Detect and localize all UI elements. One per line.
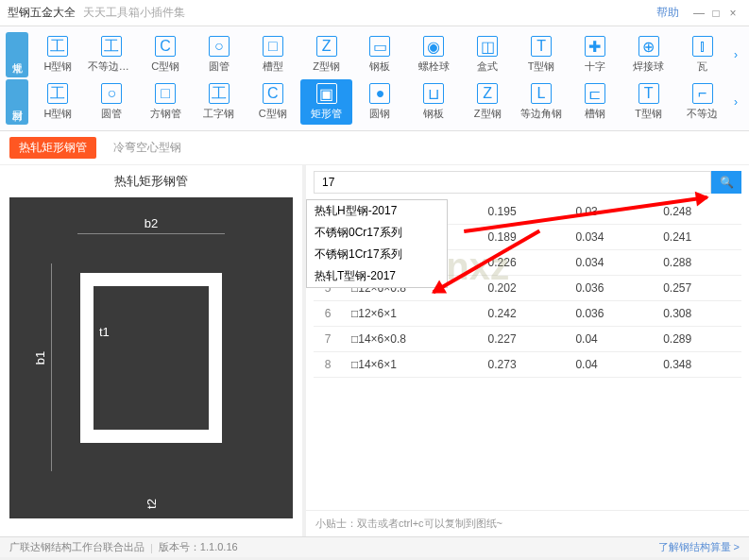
ribbon: 常规 工H型钢工不等边H型CC型钢○圆管□槽型ZZ型钢▭钢板◉螺栓球◫盒式TT型… <box>0 26 749 131</box>
ribbon-icon: ▣ <box>316 83 337 104</box>
ribbon-icon: ● <box>369 83 390 104</box>
ribbon-item-等边角钢[interactable]: L等边角钢 <box>516 79 568 125</box>
minimize-button[interactable]: — <box>690 7 707 20</box>
app-title: 型钢五金大全 <box>8 5 76 21</box>
ribbon-icon: C <box>155 36 176 57</box>
ribbon-icon: ◉ <box>423 36 444 57</box>
left-panel: 热轧矩形钢管 b2 b1 t1 t2 <box>0 165 302 536</box>
dim-b2: b2 <box>145 216 158 230</box>
ribbon-icon: ⊏ <box>585 83 605 104</box>
ribbon-icon: □ <box>263 36 283 57</box>
right-panel: 🔍 热轧H型钢-2017不锈钢0Cr17系列不锈钢1Cr17系列热轧T型钢-20… <box>306 165 749 536</box>
dropdown-item[interactable]: 不锈钢0Cr17系列 <box>307 222 447 244</box>
table-row[interactable]: 7□14×6×0.80.2270.040.289 <box>314 327 741 352</box>
ribbon-item-十字[interactable]: ✚十字 <box>569 32 621 77</box>
ribbon-label: 等边角钢 <box>520 107 562 121</box>
ribbon-item-槽型[interactable]: □槽型 <box>247 32 298 77</box>
ribbon-icon: Z <box>477 83 498 104</box>
statusbar: 广联达钢结构工作台联合出品 | 版本号：1.1.0.16 了解钢结构算量 > <box>0 536 749 557</box>
ribbon-item-螺栓球[interactable]: ◉螺栓球 <box>408 32 460 77</box>
search-input[interactable] <box>314 171 711 194</box>
ribbon-icon: □ <box>155 83 176 104</box>
ribbon-label: 钢板 <box>369 59 390 74</box>
ribbon-label: Z型钢 <box>313 59 340 74</box>
ribbon-item-圆管[interactable]: ○圆管 <box>194 32 246 77</box>
ribbon-label: 盒式 <box>477 59 498 74</box>
ribbon-label: T型钢 <box>528 59 555 74</box>
app-subtitle: 天天工具箱小插件集 <box>83 5 185 21</box>
ribbon-category-2[interactable]: 国材 <box>6 79 28 125</box>
dropdown-item[interactable]: 不锈钢1Cr17系列 <box>307 244 447 265</box>
ribbon-label: 圆管 <box>209 59 230 74</box>
ribbon-item-钢板[interactable]: ⊔钢板 <box>408 79 460 125</box>
tab-inactive[interactable]: 冷弯空心型钢 <box>104 137 191 159</box>
ribbon-item-盒式[interactable]: ◫盒式 <box>462 32 514 77</box>
ribbon-item-Z型钢[interactable]: ZZ型钢 <box>300 32 352 77</box>
ribbon-item-钢板[interactable]: ▭钢板 <box>354 32 406 77</box>
ribbon-item-H型钢[interactable]: 工H型钢 <box>32 79 84 125</box>
ribbon-item-圆管[interactable]: ○圆管 <box>86 79 138 125</box>
close-button[interactable]: × <box>724 7 741 20</box>
ribbon-item-矩形管[interactable]: ▣矩形管 <box>300 79 352 125</box>
ribbon-category-1[interactable]: 常规 <box>6 32 28 77</box>
ribbon-label: 螺栓球 <box>418 59 450 74</box>
ribbon-label: 槽型 <box>263 59 283 74</box>
ribbon-label: 方钢管 <box>150 107 181 121</box>
ribbon-label: 圆钢 <box>369 107 390 121</box>
ribbon-label: 圆管 <box>101 107 122 121</box>
tip-text: 小贴士：双击或者ctrl+c可以复制到图纸~ <box>306 510 749 536</box>
ribbon-icon: ⫿ <box>692 36 713 57</box>
ribbon-label: H型钢 <box>43 107 72 121</box>
ribbon-item-C型钢[interactable]: CC型钢 <box>247 79 298 125</box>
ribbon-more-2[interactable]: › <box>728 79 743 125</box>
ribbon-more-1[interactable]: › <box>728 32 743 77</box>
ribbon-item-焊接球[interactable]: ⊕焊接球 <box>622 32 674 77</box>
dropdown-item[interactable]: 热轧H型钢-2017 <box>307 200 447 222</box>
ribbon-item-方钢管[interactable]: □方钢管 <box>140 79 192 125</box>
ribbon-item-H型钢[interactable]: 工H型钢 <box>32 32 84 77</box>
ribbon-item-工字钢[interactable]: 工工字钢 <box>194 79 246 125</box>
ribbon-icon: ⌐ <box>692 83 713 104</box>
ribbon-icon: L <box>531 83 552 104</box>
ribbon-label: 矩形管 <box>311 107 342 121</box>
ribbon-icon: 工 <box>101 36 122 57</box>
maximize-button[interactable]: □ <box>707 7 724 20</box>
ribbon-label: 焊接球 <box>633 59 664 74</box>
table-row[interactable]: 6□12×6×10.2420.0360.308 <box>314 301 741 327</box>
ribbon-icon: ○ <box>209 36 230 57</box>
ribbon-item-T型钢[interactable]: TT型钢 <box>516 32 568 77</box>
ribbon-icon: Z <box>316 36 337 57</box>
search-dropdown: 热轧H型钢-2017不锈钢0Cr17系列不锈钢1Cr17系列热轧T型钢-2017 <box>306 199 448 288</box>
search-icon: 🔍 <box>720 176 734 189</box>
ribbon-item-不等边[interactable]: ⌐不等边 <box>676 79 728 125</box>
table-row[interactable]: 8□14×6×10.2730.040.348 <box>314 352 741 378</box>
ribbon-icon: 工 <box>47 36 68 57</box>
ribbon-item-C型钢[interactable]: CC型钢 <box>140 32 192 77</box>
ribbon-item-Z型钢[interactable]: ZZ型钢 <box>462 79 514 125</box>
ribbon-icon: 工 <box>47 83 68 104</box>
tab-active[interactable]: 热轧矩形钢管 <box>9 137 96 159</box>
ribbon-label: C型钢 <box>259 107 287 121</box>
panel-title: 热轧矩形钢管 <box>0 165 302 197</box>
ribbon-label: C型钢 <box>151 59 179 74</box>
ribbon-item-圆钢[interactable]: ●圆钢 <box>354 79 406 125</box>
dim-t1: t1 <box>99 325 110 339</box>
search-button[interactable]: 🔍 <box>711 171 741 194</box>
status-link[interactable]: 了解钢结构算量 > <box>658 540 740 554</box>
ribbon-label: H型钢 <box>43 59 72 74</box>
titlebar: 型钢五金大全 天天工具箱小插件集 帮助 — □ × <box>0 0 749 26</box>
tabs: 热轧矩形钢管 冷弯空心型钢 <box>0 131 749 165</box>
ribbon-item-T型钢[interactable]: TT型钢 <box>622 79 674 125</box>
ribbon-icon: C <box>263 83 283 104</box>
ribbon-item-槽钢[interactable]: ⊏槽钢 <box>569 79 621 125</box>
dropdown-item[interactable]: 热轧T型钢-2017 <box>307 265 447 287</box>
ribbon-icon: T <box>531 36 552 57</box>
ribbon-item-不等边H型[interactable]: 工不等边H型 <box>86 32 138 77</box>
status-left: 广联达钢结构工作台联合出品 <box>9 540 145 554</box>
ribbon-label: 钢板 <box>423 107 444 121</box>
help-link[interactable]: 帮助 <box>656 5 679 21</box>
ribbon-label: 瓦 <box>697 59 707 74</box>
ribbon-item-瓦[interactable]: ⫿瓦 <box>676 32 728 77</box>
ribbon-icon: T <box>638 83 659 104</box>
ribbon-label: 十字 <box>585 59 605 74</box>
